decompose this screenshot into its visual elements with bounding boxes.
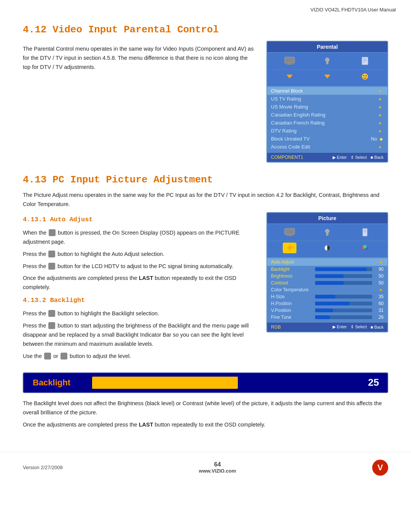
- picture-wrench-icon: [320, 227, 334, 238]
- parental-item-canadian-english: Canadian English Rating ►: [267, 111, 387, 119]
- picture-icon-color: [358, 243, 372, 253]
- parental-icons-row1: [267, 53, 387, 70]
- parental-item-dtv: DTV Rating ►: [267, 127, 387, 135]
- svg-marker-19: [363, 228, 367, 236]
- hpos-bar: [315, 302, 372, 305]
- right-button-icon: [48, 263, 55, 270]
- svg-point-17: [325, 229, 329, 233]
- brightness-bar: [315, 274, 372, 278]
- picture-footer-controls: ▶ Enter ⇕ Select ■ Back: [333, 324, 384, 329]
- down-arrow-icon-2: [320, 71, 334, 82]
- picture-doc-icon: [358, 227, 372, 238]
- picture-icon-contrast: [320, 243, 334, 253]
- footer-center: 64 www.VIZIO.com: [63, 461, 372, 474]
- vpos-bar: [315, 308, 372, 312]
- page-number: 64: [63, 461, 372, 468]
- svg-point-12: [363, 75, 364, 77]
- picture-item-hposition: H.Position 60: [267, 300, 387, 307]
- picture-menu-items: Auto Adjust ► Backlight 90 Brightness: [267, 257, 387, 322]
- finetune-bar: [315, 315, 372, 319]
- picture-item-contrast: Contrast 50: [267, 280, 387, 286]
- parental-menu-items: Channel Block ► US TV Rating ► US Movie …: [267, 85, 387, 152]
- page-footer: Version 2/27/2008 64 www.VIZIO.com V: [0, 452, 411, 479]
- backlight-para1: Press the button to highlight the Backli…: [23, 309, 255, 318]
- autoadjust-para1: When the button is pressed, the On Scree…: [23, 228, 255, 247]
- picture-menu-footer: RGB ▶ Enter ⇕ Select ■ Back: [267, 322, 387, 332]
- parental-item-access-code: Access Code Edit ►: [267, 143, 387, 151]
- svg-point-3: [325, 58, 329, 62]
- finetune-bar-fill: [315, 315, 330, 319]
- parental-icons-row2: [267, 70, 387, 85]
- backlight-bar: [315, 267, 372, 271]
- version-text: Version 2/27/2008: [23, 465, 63, 470]
- section-412-title: 4.12 Video Input Parental Control: [23, 24, 388, 35]
- enter-label: ▶ Enter: [333, 155, 347, 160]
- svg-rect-4: [326, 61, 328, 64]
- picture-osd-menu: Picture: [266, 212, 388, 332]
- picture-item-brightness: Brightness 50: [267, 273, 387, 280]
- section-413-title: 4.13 PC Input Picture Adjustment: [23, 174, 388, 185]
- parental-source-label: COMPONENT1: [271, 155, 303, 160]
- down-arrow-icon: [283, 71, 296, 82]
- picture-item-finetune: Fine Tune 26: [267, 314, 387, 321]
- brightness-bar-fill: [315, 274, 344, 278]
- autoadjust-para4: Once the adjustments are completed press…: [23, 274, 255, 292]
- backlight-bar-number: 25: [357, 377, 387, 388]
- autoadjust-para2: Press the button to highlight the Auto A…: [23, 250, 255, 259]
- v-button-icon: [49, 229, 56, 236]
- page-header: VIZIO VO42L FHDTV10A User Manual: [0, 0, 411, 13]
- up-button-icon: [48, 251, 55, 257]
- parental-item-channel-block: Channel Block ►: [267, 87, 387, 95]
- wrench-icon: [320, 56, 334, 66]
- svg-marker-10: [324, 75, 330, 78]
- manual-title: VIZIO VO42L FHDTV10A User Manual: [311, 7, 396, 13]
- parental-item-block-unrated: Block Unrated TV No ◆: [267, 135, 387, 143]
- svg-rect-14: [285, 228, 295, 235]
- svg-point-30: [363, 245, 367, 249]
- website-url: www.VIZIO.com: [63, 468, 372, 474]
- backlight-bar-fill-inner: [92, 377, 238, 389]
- select-label: ⇕ Select: [350, 155, 367, 160]
- autoadjust-para3: Press the button for the LCD HDTV to adj…: [23, 262, 255, 271]
- svg-marker-9: [287, 75, 293, 78]
- hsize-bar: [315, 295, 372, 299]
- section-4132-title: 4.13.2 Backlight: [23, 295, 255, 306]
- section-412-text: The Parental Control menu operates in th…: [23, 41, 255, 163]
- backlight-bar-label: Backlight: [24, 378, 92, 388]
- document-icon: [358, 56, 372, 66]
- picture-icons-row1: [267, 224, 387, 241]
- parental-osd-menu: Parental: [266, 41, 388, 163]
- picture-enter-label: ▶ Enter: [333, 324, 347, 329]
- picture-icon-sun: [283, 243, 296, 253]
- back-label: ■ Back: [371, 155, 384, 160]
- up2-button-icon: [48, 310, 55, 317]
- face-icon: [358, 71, 372, 82]
- contrast-bar: [315, 281, 372, 285]
- section-413-intro: The Picture Adjust menu operates in the …: [23, 191, 388, 209]
- svg-point-22: [288, 246, 292, 250]
- right3-button-icon: [61, 353, 67, 359]
- picture-icons-row2: [267, 241, 387, 257]
- section-413-menu: Picture: [266, 212, 388, 364]
- picture-menu-title: Picture: [267, 213, 387, 224]
- monitor-icon: [283, 56, 296, 66]
- backlight-post-para1: The Backlight level does not affect the …: [23, 399, 388, 417]
- vpos-bar-fill: [315, 308, 333, 312]
- svg-rect-2: [287, 64, 293, 65]
- svg-rect-5: [362, 57, 368, 65]
- picture-source-label: RGB: [271, 324, 281, 330]
- picture-item-hsize: H-Size 35: [267, 293, 387, 300]
- svg-rect-1: [288, 63, 292, 64]
- svg-point-11: [362, 73, 368, 80]
- section-412-para: The Parental Control menu operates in th…: [23, 45, 255, 72]
- picture-item-color-temp: Color Temperature ►: [267, 286, 387, 293]
- backlight-para2: Press the button to start adjusting the …: [23, 321, 255, 349]
- picture-item-backlight: Backlight 90: [267, 266, 387, 273]
- svg-rect-0: [285, 57, 295, 63]
- parental-item-us-movie: US Movie Rating ►: [267, 103, 387, 111]
- backlight-bar-track: [92, 373, 357, 392]
- section-4131-title: 4.13.1 Auto Adjust: [23, 214, 255, 225]
- backlight-indicator-bar: Backlight 25: [23, 372, 388, 393]
- section-412-body: The Parental Control menu operates in th…: [23, 41, 388, 163]
- section-413-body: 4.13.1 Auto Adjust When the button is pr…: [23, 212, 388, 364]
